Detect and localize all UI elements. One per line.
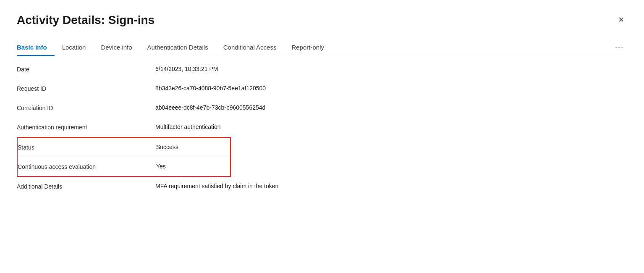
tab-location[interactable]: Location	[55, 39, 94, 56]
highlighted-section: Status Success Continuous access evaluat…	[17, 137, 231, 177]
value-date: 6/14/2023, 10:33:21 PM	[155, 66, 218, 72]
label-correlation-id: Correlation ID	[17, 104, 155, 111]
tab-basic-info[interactable]: Basic info	[17, 39, 55, 56]
panel-header: Activity Details: Sign-ins ×	[17, 13, 627, 27]
close-button[interactable]: ×	[615, 13, 627, 26]
tab-conditional-access[interactable]: Conditional Access	[216, 39, 284, 56]
field-row-additional-details: Additional Details MFA requirement satis…	[17, 177, 627, 196]
value-additional-details: MFA requirement satisfied by claim in th…	[155, 183, 278, 189]
activity-details-panel: Activity Details: Sign-ins × Basic info …	[0, 0, 644, 273]
value-status: Success	[156, 144, 178, 150]
field-row-request-id: Request ID 8b343e26-ca70-4088-90b7-5ee1a…	[17, 79, 627, 98]
field-row-auth-requirement: Authentication requirement Multifactor a…	[17, 118, 627, 137]
value-request-id: 8b343e26-ca70-4088-90b7-5ee1af120500	[155, 85, 266, 92]
tabs-bar: Basic info Location Device info Authenti…	[17, 39, 627, 56]
value-cae: Yes	[156, 163, 166, 170]
label-date: Date	[17, 66, 155, 73]
content-area: Date 6/14/2023, 10:33:21 PM Request ID 8…	[17, 56, 627, 196]
field-row-status: Status Success	[18, 138, 230, 157]
label-request-id: Request ID	[17, 85, 155, 92]
label-auth-requirement: Authentication requirement	[17, 123, 155, 131]
label-cae: Continuous access evaluation	[18, 163, 156, 170]
tab-report-only[interactable]: Report-only	[284, 39, 332, 56]
tabs-more-button[interactable]: ···	[612, 39, 627, 56]
field-row-cae: Continuous access evaluation Yes	[18, 157, 230, 176]
tab-auth-details[interactable]: Authentication Details	[140, 39, 216, 56]
field-row-correlation-id: Correlation ID ab04eeee-dc8f-4e7b-73cb-b…	[17, 98, 627, 118]
tab-device-info[interactable]: Device info	[93, 39, 139, 56]
panel-title: Activity Details: Sign-ins	[17, 13, 154, 27]
label-status: Status	[18, 144, 156, 151]
field-row-date: Date 6/14/2023, 10:33:21 PM	[17, 60, 627, 79]
label-additional-details: Additional Details	[17, 183, 155, 190]
value-correlation-id: ab04eeee-dc8f-4e7b-73cb-b9600556254d	[155, 104, 265, 111]
value-auth-requirement: Multifactor authentication	[155, 123, 221, 130]
